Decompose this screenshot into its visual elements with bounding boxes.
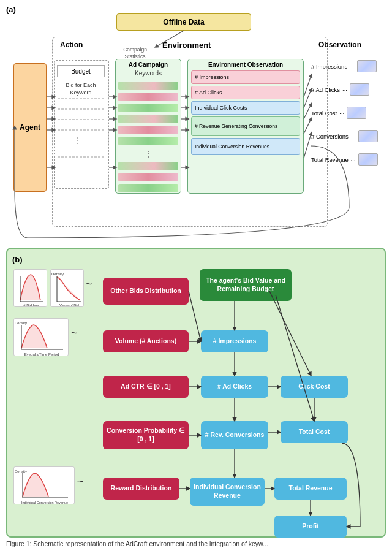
indiv-conv-rev-node: Individual Conversion Revenue xyxy=(190,478,265,506)
svg-line-45 xyxy=(270,291,311,376)
observation-label: Observation xyxy=(318,40,361,49)
offline-data-text: Offline Data xyxy=(163,18,204,26)
svg-text:Eyeballs/Time Period: Eyeballs/Time Period xyxy=(24,352,59,356)
obs-totalcost: Total Cost ··· xyxy=(311,107,385,119)
profit-node: Profit xyxy=(274,516,347,538)
tilde-3: ~ xyxy=(77,475,84,488)
chart-indiv-conv: Density Individual Conversion Revenue xyxy=(13,466,75,504)
env-item-clickcosts: Individual Click Costs xyxy=(191,101,300,115)
chart-prob-bidders: Probability # Bidders xyxy=(13,269,47,307)
kw-row-3 xyxy=(118,104,178,112)
kw-row-4 xyxy=(118,115,178,123)
environment-label: Environment xyxy=(162,40,211,50)
kw-row-1 xyxy=(118,82,178,90)
flow-diagram: Probability # Bidders Density Value of B… xyxy=(12,264,380,528)
chart-density-bid: Density Value of Bid xyxy=(50,269,84,307)
kw-row-9 xyxy=(118,184,178,192)
ad-clicks-node: # Ad Clicks xyxy=(201,376,268,398)
chart-indiv-conv-svg: Density Individual Conversion Revenue xyxy=(14,467,75,505)
agent-box: Agent xyxy=(13,63,47,192)
obs-impressions: # Impressions ··· xyxy=(311,60,385,72)
action-lines: ⋮ xyxy=(56,96,107,175)
total-revenue-node: Total Revenue xyxy=(274,478,347,500)
click-cost-node: Click Cost xyxy=(281,376,348,398)
env-item-revenue-conv: # Revenue Generating Conversions xyxy=(191,116,300,136)
chart-density-svg: Density Value of Bid xyxy=(51,270,85,308)
section-b-label: (b) xyxy=(12,255,23,264)
bid-keyword-label: Bid for Each Keyword xyxy=(57,82,105,96)
env-obs-label: Environment Observation xyxy=(188,59,303,69)
chart-prob-svg: Probability # Bidders xyxy=(14,270,48,308)
ad-ctr-node: Ad CTR ∈ [0 , 1] xyxy=(103,376,189,398)
svg-text:Individual Conversion Revenue: Individual Conversion Revenue xyxy=(21,501,68,504)
obs-adclicks: # Ad Clicks ··· xyxy=(311,83,385,96)
keywords-label: Keywords xyxy=(116,70,181,77)
ad-campaign-label: Ad Campaign xyxy=(116,59,181,70)
svg-text:# Bidders: # Bidders xyxy=(23,303,39,307)
keyword-rows: ⋮ xyxy=(116,79,181,195)
total-cost-node: Total Cost xyxy=(281,421,348,443)
volume-node: Volume (# Auctions) xyxy=(103,330,189,352)
env-obs-box: Environment Observation # Impressions # … xyxy=(187,59,304,194)
kw-row-6 xyxy=(118,137,178,145)
conv-prob-node: Conversion Probability ∈ [0 , 1] xyxy=(103,421,189,449)
env-item-conv-rev: Individual Conversion Revenues xyxy=(191,138,300,155)
section-a: (a) Offline Data Campaign Statistics Act… xyxy=(6,5,386,244)
svg-text:⋮: ⋮ xyxy=(74,135,82,145)
reward-dist-node: Reward Distribution xyxy=(103,478,179,500)
obs-totalrev: Total Revenue ··· xyxy=(311,153,385,166)
env-item-impressions: # Impressions xyxy=(191,70,300,84)
kw-row-2 xyxy=(118,93,178,101)
svg-text:Density: Density xyxy=(15,321,27,325)
kw-row-7 xyxy=(118,162,178,170)
section-b: (b) Probability # Bidders Density Value … xyxy=(6,248,386,538)
kw-ellipsis: ⋮ xyxy=(118,148,178,159)
obs-conversions: # Conversions ··· xyxy=(311,130,385,142)
offline-data-box: Offline Data xyxy=(116,13,251,31)
env-item-adclicks: # Ad Clicks xyxy=(191,86,300,99)
svg-text:Density: Density xyxy=(15,470,27,473)
budget-box: Budget xyxy=(57,65,105,77)
ad-campaign-box: Ad Campaign Keywords ⋮ xyxy=(115,59,181,194)
kw-row-5 xyxy=(118,126,178,134)
caption: Figure 1: Schematic representation of th… xyxy=(0,538,392,547)
chart-eyeballs: Density Eyeballs/Time Period xyxy=(13,318,69,356)
action-label: Action xyxy=(60,40,83,49)
observation-items: # Impressions ··· # Ad Clicks ··· Total … xyxy=(311,60,385,177)
agent-bid-node: The agent's Bid Value and Remaining Budg… xyxy=(200,269,292,301)
tilde-1: ~ xyxy=(86,278,92,291)
other-bids-node: Other Bids Distribution xyxy=(103,278,189,305)
chart-eyeballs-svg: Density Eyeballs/Time Period xyxy=(14,319,69,357)
tilde-2: ~ xyxy=(71,327,78,340)
svg-line-46 xyxy=(276,295,314,421)
svg-text:Density: Density xyxy=(51,272,64,276)
svg-text:Value of Bid: Value of Bid xyxy=(59,303,79,307)
rev-conv-node: # Rev. Conversions xyxy=(201,421,268,449)
svg-line-43 xyxy=(189,291,201,341)
kw-row-8 xyxy=(118,173,178,181)
impressions-node: # Impressions xyxy=(201,330,268,352)
section-a-label: (a) xyxy=(6,5,16,14)
